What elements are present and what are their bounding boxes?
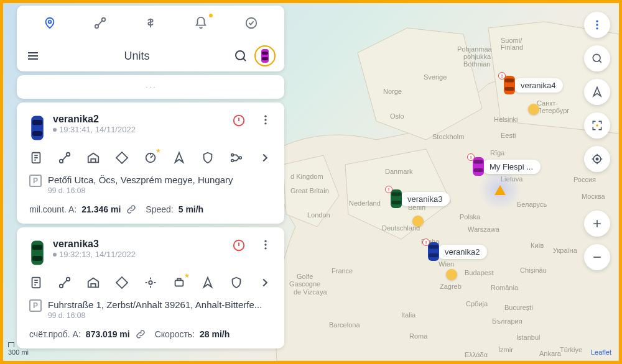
chevron-right-icon [258, 151, 272, 165]
garage-button[interactable] [86, 151, 100, 165]
zoom-in-button[interactable] [584, 211, 610, 237]
north-button[interactable] [584, 79, 610, 105]
map-marker[interactable]: !veranika4 [502, 75, 563, 96]
unit-card[interactable]: veranika2 19:31:41, 14/11/2022 ★ P P [17, 102, 284, 224]
star-badge-icon: ★ [184, 272, 190, 279]
marker-triangle [494, 185, 506, 195]
yellow-dot-marker[interactable] [446, 269, 457, 280]
garage-button[interactable] [86, 276, 100, 289]
locate-button[interactable] [584, 146, 610, 172]
svg-point-33 [231, 160, 234, 162]
engine-button[interactable]: ★ [172, 276, 186, 289]
avatar-button[interactable] [254, 45, 276, 66]
kebab-menu-button[interactable] [259, 114, 272, 126]
expand-button[interactable] [258, 151, 272, 165]
svg-point-26 [264, 122, 266, 124]
zone-button[interactable] [115, 276, 129, 289]
car-icon [29, 239, 45, 267]
parking-icon: P [29, 175, 42, 187]
link-icon[interactable] [135, 329, 146, 340]
map-city-label: France [332, 267, 353, 275]
expand-button[interactable] [258, 276, 272, 289]
direction-button[interactable] [201, 276, 215, 289]
svg-rect-10 [429, 245, 439, 249]
alert-icon[interactable] [232, 114, 246, 127]
map-city-label: България [492, 317, 522, 325]
svg-rect-36 [32, 245, 42, 250]
map-marker[interactable]: !veranika3 [389, 188, 450, 209]
yellow-dot-marker[interactable] [528, 104, 539, 115]
unit-name: veranika3 [53, 239, 225, 250]
search-map-button[interactable] [584, 45, 610, 71]
link-icon[interactable] [126, 204, 137, 215]
route-button[interactable] [58, 151, 72, 165]
svg-point-51 [593, 54, 600, 61]
unit-address: Fuhrstraße 1, Zerbst/Anhalt 39261, Anhal… [48, 299, 272, 310]
marker-label: veranika3 [400, 192, 450, 206]
svg-point-16 [236, 51, 244, 60]
more-menu-button[interactable] [584, 12, 610, 38]
sensor1-value: 21.346 mi [81, 204, 121, 214]
alert-badge-icon: ! [422, 239, 430, 246]
svg-point-34 [239, 157, 242, 159]
svg-point-50 [596, 27, 598, 29]
tab-check[interactable] [239, 11, 263, 35]
map-city-label: Беларусь [517, 201, 547, 208]
kebab-icon [259, 239, 272, 251]
gps-button[interactable] [144, 276, 157, 289]
map-city-label: Stockholm [432, 133, 464, 140]
speed-button[interactable]: ★ [144, 151, 157, 165]
share-button[interactable] [230, 151, 243, 165]
svg-point-12 [48, 20, 51, 24]
map-city-label: Polska [460, 213, 480, 221]
alert-icon[interactable] [232, 239, 246, 252]
map-attribution[interactable]: Leaflet [591, 348, 611, 356]
tab-routes[interactable] [88, 11, 112, 35]
report-button[interactable] [29, 276, 43, 289]
sensor1-label: mil.count. A: [29, 204, 77, 214]
search-button[interactable] [233, 48, 248, 63]
zone-button[interactable] [115, 151, 129, 165]
tab-bar [17, 6, 284, 40]
svg-point-41 [264, 247, 266, 249]
map-city-label: Србија [466, 300, 488, 307]
svg-rect-8 [392, 201, 401, 204]
svg-rect-5 [474, 168, 483, 172]
svg-rect-20 [31, 116, 44, 140]
yellow-dot-marker[interactable] [412, 216, 424, 227]
tab-bell[interactable] [189, 11, 213, 35]
marker-label: veranika4 [513, 78, 563, 93]
tab-map-pin[interactable] [38, 11, 62, 35]
hamburger-button[interactable] [26, 48, 40, 63]
plus-icon [591, 217, 603, 230]
sensor1-label: счёт.проб. A: [29, 329, 81, 339]
scale-label: 300 mi [8, 348, 29, 356]
unit-time: 19:31:41, 14/11/2022 [53, 125, 225, 134]
unit-card[interactable]: veranika3 19:32:13, 14/11/2022 ★ P F [17, 227, 284, 348]
shield-button[interactable] [230, 276, 243, 289]
svg-rect-45 [116, 277, 128, 288]
kebab-menu-button[interactable] [259, 239, 272, 251]
tab-dollar[interactable] [139, 11, 162, 35]
map-city-label: Roma [409, 332, 427, 340]
map-marker[interactable]: !veranika2 [426, 241, 487, 262]
sensor2-label: Speed: [146, 204, 173, 214]
svg-point-28 [60, 160, 63, 163]
direction-button[interactable] [172, 151, 186, 165]
map-city-label: Київ [531, 242, 544, 249]
car-icon [260, 48, 270, 64]
report-button[interactable] [29, 151, 43, 165]
shield-button[interactable] [201, 151, 215, 165]
route-button[interactable] [58, 276, 72, 289]
svg-rect-2 [505, 87, 514, 91]
map-marker[interactable]: !My Flespi ... [471, 156, 541, 177]
zoom-out-button[interactable] [584, 244, 610, 270]
map-city-label: Eesti [501, 132, 516, 139]
svg-rect-35 [31, 241, 44, 265]
prev-unit-peek[interactable]: · · · [17, 75, 284, 99]
fullscreen-button[interactable] [584, 112, 610, 139]
map-city-label: Gascogne [289, 280, 320, 288]
map-city-label: Chișinău [520, 266, 547, 274]
map-city-label: Italia [401, 311, 415, 319]
svg-point-48 [596, 20, 598, 22]
